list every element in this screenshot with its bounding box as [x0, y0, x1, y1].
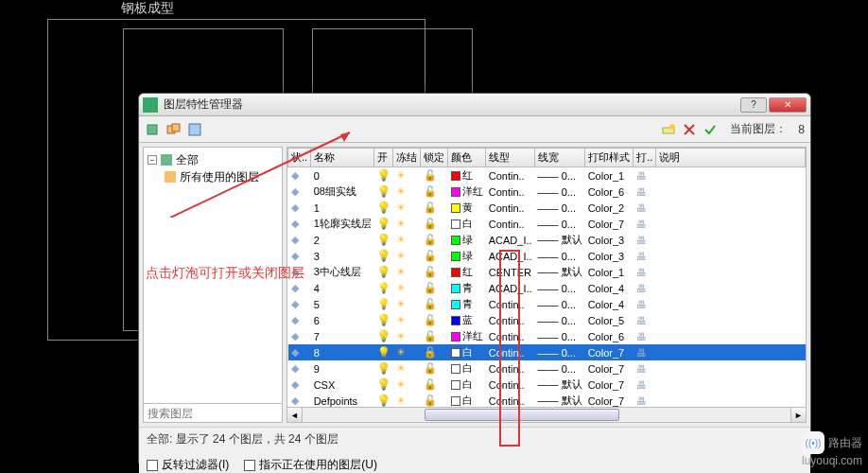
linetype-cell[interactable]: CENTER: [486, 264, 535, 280]
tree-child[interactable]: 所有使用的图层: [148, 168, 278, 185]
invert-filter-checkbox[interactable]: 反转过滤器(I): [147, 457, 229, 473]
indicate-in-use-checkbox[interactable]: 指示正在使用的图层(U): [244, 457, 377, 473]
on-cell[interactable]: 💡: [374, 344, 393, 360]
lineweight-cell[interactable]: —— 0...: [535, 200, 585, 216]
tree-expander-icon[interactable]: −: [148, 155, 157, 165]
linetype-cell[interactable]: Contin..: [486, 360, 535, 377]
search-layer-input[interactable]: 搜索图层: [144, 403, 282, 422]
col-description[interactable]: 说明: [656, 149, 806, 167]
printer-icon[interactable]: 🖶: [636, 267, 647, 278]
linetype-cell[interactable]: Contin..: [486, 393, 535, 408]
col-lineweight[interactable]: 线宽: [535, 149, 585, 167]
lineweight-cell[interactable]: —— 0...: [535, 216, 585, 232]
printer-icon[interactable]: 🖶: [636, 235, 647, 246]
lock-icon[interactable]: 🔓: [424, 362, 437, 374]
bulb-icon[interactable]: 💡: [377, 298, 391, 309]
lineweight-cell[interactable]: —— 默认: [535, 393, 585, 408]
freeze-cell[interactable]: ☀: [393, 280, 421, 296]
plotstyle-cell[interactable]: Color_6: [585, 184, 634, 200]
scroll-thumb[interactable]: [425, 409, 619, 421]
plot-cell[interactable]: 🖶: [634, 184, 656, 200]
col-linetype[interactable]: 线型: [486, 149, 535, 167]
name-cell[interactable]: 3中心线层: [311, 264, 374, 280]
bulb-icon[interactable]: 💡: [377, 201, 391, 213]
lineweight-cell[interactable]: —— 0...: [535, 312, 585, 328]
desc-cell[interactable]: [656, 360, 806, 377]
table-row[interactable]: ◆6💡☀🔓蓝Contin..—— 0...Color_5🖶: [288, 312, 806, 328]
new-layer-icon[interactable]: [660, 121, 677, 138]
lock-icon[interactable]: 🔓: [424, 346, 437, 358]
freeze-cell[interactable]: ☀: [393, 264, 421, 280]
lock-cell[interactable]: 🔓: [421, 264, 448, 280]
printer-icon[interactable]: 🖶: [636, 186, 647, 198]
lock-icon[interactable]: 🔓: [424, 282, 437, 293]
linetype-cell[interactable]: ACAD_I..: [486, 280, 535, 296]
table-row[interactable]: ◆4💡☀🔓青ACAD_I..—— 0...Color_4🖶: [288, 280, 806, 296]
plotstyle-cell[interactable]: Color_7: [585, 360, 634, 377]
col-freeze[interactable]: 冻结: [393, 149, 421, 167]
color-cell[interactable]: 黄: [448, 200, 486, 216]
freeze-cell[interactable]: ☀: [393, 167, 421, 184]
lineweight-cell[interactable]: —— 0...: [535, 167, 585, 184]
bulb-icon[interactable]: 💡: [377, 185, 391, 197]
color-cell[interactable]: 蓝: [448, 312, 486, 328]
bulb-icon[interactable]: 💡: [377, 169, 391, 181]
plotstyle-cell[interactable]: Color_7: [585, 344, 634, 360]
sun-icon[interactable]: ☀: [396, 218, 406, 229]
linetype-cell[interactable]: Contin..: [486, 184, 535, 200]
scroll-right-button[interactable]: ►: [790, 408, 806, 422]
linetype-cell[interactable]: Contin..: [486, 377, 535, 393]
freeze-cell[interactable]: ☀: [393, 328, 421, 344]
freeze-cell[interactable]: ☀: [393, 184, 421, 200]
plotstyle-cell[interactable]: Color_1: [585, 167, 634, 184]
table-row[interactable]: ◆8💡☀🔓白Contin..—— 0...Color_7🖶: [288, 344, 806, 360]
printer-icon[interactable]: 🖶: [636, 363, 647, 375]
lineweight-cell[interactable]: —— 0...: [535, 344, 585, 360]
color-cell[interactable]: 白: [448, 393, 486, 408]
plotstyle-cell[interactable]: Color_2: [585, 200, 634, 216]
desc-cell[interactable]: [656, 280, 806, 296]
lock-icon[interactable]: 🔓: [424, 266, 437, 277]
plotstyle-cell[interactable]: Color_7: [585, 393, 634, 408]
bulb-icon[interactable]: 💡: [377, 282, 391, 293]
lock-icon[interactable]: 🔓: [424, 218, 437, 229]
printer-icon[interactable]: 🖶: [636, 219, 647, 230]
color-cell[interactable]: 青: [448, 280, 486, 296]
name-cell[interactable]: 1轮廓实线层: [311, 216, 374, 232]
scroll-track[interactable]: [303, 408, 790, 422]
lineweight-cell[interactable]: —— 0...: [535, 296, 585, 312]
name-cell[interactable]: 4: [311, 280, 374, 296]
plotstyle-cell[interactable]: Color_4: [585, 296, 634, 312]
table-row[interactable]: ◆1轮廓实线层💡☀🔓白Contin..—— 0...Color_7🖶: [288, 216, 806, 232]
plot-cell[interactable]: 🖶: [634, 200, 656, 216]
lock-cell[interactable]: 🔓: [421, 296, 448, 312]
on-cell[interactable]: 💡: [374, 312, 393, 328]
table-row[interactable]: ◆Defpoints💡☀🔓白Contin..—— 默认Color_7🖶: [288, 393, 806, 408]
sun-icon[interactable]: ☀: [396, 394, 406, 406]
table-row[interactable]: ◆5💡☀🔓青Contin..—— 0...Color_4🖶: [288, 296, 806, 312]
bulb-icon[interactable]: 💡: [377, 346, 391, 358]
on-cell[interactable]: 💡: [374, 328, 393, 344]
color-cell[interactable]: 洋红: [448, 328, 486, 344]
name-cell[interactable]: 1: [311, 200, 374, 216]
name-cell[interactable]: 6: [311, 312, 374, 328]
freeze-cell[interactable]: ☀: [393, 344, 421, 360]
desc-cell[interactable]: [656, 216, 806, 232]
plot-cell[interactable]: 🖶: [634, 377, 656, 393]
col-on[interactable]: 开: [374, 149, 393, 167]
on-cell[interactable]: 💡: [374, 200, 393, 216]
lock-cell[interactable]: 🔓: [421, 280, 448, 296]
desc-cell[interactable]: [656, 200, 806, 216]
table-row[interactable]: ◆08细实线💡☀🔓洋红Contin..—— 0...Color_6🖶: [288, 184, 806, 200]
bulb-icon[interactable]: 💡: [377, 330, 391, 342]
lineweight-cell[interactable]: —— 默认: [535, 264, 585, 280]
freeze-cell[interactable]: ☀: [393, 312, 421, 328]
col-status[interactable]: 状..: [288, 149, 311, 167]
color-cell[interactable]: 洋红: [448, 184, 486, 200]
linetype-cell[interactable]: Contin..: [486, 312, 535, 328]
desc-cell[interactable]: [656, 167, 806, 184]
desc-cell[interactable]: [656, 248, 806, 264]
on-cell[interactable]: 💡: [374, 232, 393, 248]
sun-icon[interactable]: ☀: [396, 330, 406, 342]
name-cell[interactable]: 2: [311, 232, 374, 248]
